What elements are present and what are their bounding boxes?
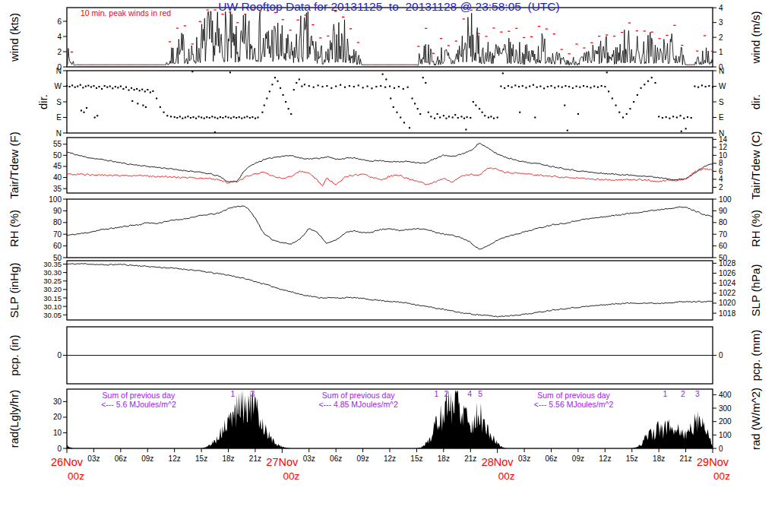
svg-text:1028: 1028: [719, 259, 736, 268]
svg-text:60: 60: [719, 242, 728, 250]
svg-text:70: 70: [53, 230, 62, 239]
svg-text:40: 40: [53, 173, 62, 182]
svg-text:2: 2: [719, 183, 723, 192]
svg-text:Sum of previous day: Sum of previous day: [103, 391, 176, 400]
svg-text:dir.: dir.: [36, 94, 49, 109]
svg-text:3: 3: [719, 18, 723, 27]
svg-text:1024: 1024: [719, 279, 736, 287]
svg-text:4: 4: [467, 389, 472, 398]
svg-text:E: E: [56, 113, 62, 122]
svg-text:03z: 03z: [303, 454, 315, 463]
svg-text:4: 4: [57, 33, 62, 41]
svg-text:12z: 12z: [599, 454, 611, 463]
svg-text:N: N: [719, 67, 724, 75]
svg-text:15z: 15z: [195, 454, 207, 463]
svg-text:<--- 4.85 MJoules/m^2: <--- 4.85 MJoules/m^2: [318, 400, 398, 409]
svg-text:35: 35: [53, 185, 62, 193]
svg-text:90: 90: [719, 207, 728, 215]
svg-text:10: 10: [53, 429, 62, 437]
svg-text:30.20: 30.20: [43, 285, 62, 293]
svg-text:Tair/Tdew (C): Tair/Tdew (C): [749, 131, 762, 199]
svg-text:50: 50: [53, 151, 62, 160]
svg-text:90: 90: [53, 207, 62, 215]
svg-text:1026: 1026: [719, 269, 736, 277]
svg-text:06z: 06z: [115, 454, 127, 463]
svg-text:00z: 00z: [713, 470, 730, 482]
svg-text:wind (kts): wind (kts): [8, 13, 21, 62]
svg-text:pcp. (mm): pcp. (mm): [749, 330, 762, 382]
svg-text:W: W: [719, 82, 726, 90]
svg-text:03z: 03z: [518, 454, 530, 463]
figure-title: UW Rooftop Data for 20131125 to 20131128…: [0, 0, 778, 14]
svg-text:30.30: 30.30: [43, 268, 62, 277]
svg-text:300: 300: [719, 404, 732, 413]
svg-text:2: 2: [444, 389, 448, 398]
svg-text:dir.: dir.: [749, 94, 762, 109]
svg-text:12z: 12z: [384, 454, 396, 463]
svg-text:12z: 12z: [169, 454, 181, 463]
x-axis: 03z06z09z12z15z18z21z03z06z09z12z15z18z2…: [51, 448, 730, 482]
svg-text:1: 1: [230, 389, 235, 398]
svg-text:1: 1: [719, 48, 723, 56]
svg-text:30.25: 30.25: [43, 277, 62, 285]
svg-text:0: 0: [57, 445, 62, 453]
svg-text:200: 200: [719, 417, 732, 426]
svg-text:6: 6: [719, 167, 723, 176]
svg-text:400: 400: [719, 391, 732, 399]
svg-text:00z: 00z: [68, 470, 84, 482]
svg-text:<--- 5.6 MJoules/m^2: <--- 5.6 MJoules/m^2: [101, 400, 176, 409]
svg-text:Tair/Tdew (F): Tair/Tdew (F): [8, 131, 21, 198]
svg-text:1020: 1020: [719, 299, 736, 307]
svg-text:SLP (hPa): SLP (hPa): [749, 264, 762, 317]
svg-text:1022: 1022: [719, 289, 736, 297]
svg-text:27Nov: 27Nov: [266, 456, 299, 468]
svg-text:29Nov: 29Nov: [697, 456, 729, 468]
svg-text:12: 12: [719, 143, 728, 151]
svg-text:18z: 18z: [222, 454, 234, 463]
svg-text:70: 70: [719, 230, 728, 239]
svg-text:0: 0: [719, 445, 723, 453]
svg-text:wind (m/s): wind (m/s): [749, 11, 762, 64]
svg-text:E: E: [719, 113, 724, 122]
svg-text:80: 80: [53, 218, 62, 226]
svg-text:2: 2: [681, 389, 685, 398]
svg-text:09z: 09z: [141, 454, 153, 463]
svg-text:21z: 21z: [680, 454, 692, 463]
svg-text:3: 3: [695, 389, 700, 398]
svg-text:100: 100: [719, 431, 732, 439]
svg-text:30.05: 30.05: [43, 311, 62, 319]
panel-tair: 35404550552468101214Tair/Tdew (F)Tair/Td…: [8, 131, 762, 199]
svg-text:RH (%): RH (%): [8, 210, 21, 247]
svg-text:00z: 00z: [498, 470, 515, 482]
svg-text:00z: 00z: [283, 470, 299, 482]
svg-text:rad(Lgly/hr): rad(Lgly/hr): [8, 390, 21, 448]
svg-text:0: 0: [719, 351, 723, 359]
svg-text:100: 100: [719, 195, 732, 204]
svg-text:4: 4: [719, 175, 723, 183]
svg-text:03z: 03z: [87, 454, 100, 463]
svg-text:09z: 09z: [572, 454, 584, 463]
svg-text:20: 20: [53, 413, 62, 421]
svg-text:18z: 18z: [438, 454, 450, 463]
svg-text:1018: 1018: [719, 309, 736, 318]
svg-text:RH (%): RH (%): [749, 210, 762, 247]
svg-text:06z: 06z: [545, 454, 557, 463]
svg-text:10: 10: [719, 151, 728, 160]
panel-dir: NWSENNWSENdir.dir.: [36, 67, 762, 138]
svg-text:15z: 15z: [410, 454, 422, 463]
svg-text:rad (W/m^2): rad (W/m^2): [749, 388, 762, 450]
svg-text:N: N: [56, 67, 62, 75]
meteogram-figure: 024601234wind (kts)wind (m/s)10 min. pea…: [0, 0, 778, 532]
svg-text:SLP (inHg): SLP (inHg): [8, 262, 21, 318]
svg-text:S: S: [719, 98, 724, 106]
svg-text:14: 14: [719, 135, 728, 144]
svg-text:30.35: 30.35: [43, 260, 62, 268]
svg-text:3: 3: [250, 389, 255, 398]
svg-text:6: 6: [57, 17, 62, 26]
svg-text:09z: 09z: [357, 454, 369, 463]
svg-text:S: S: [56, 98, 62, 106]
svg-text:0: 0: [57, 351, 62, 359]
svg-text:1: 1: [663, 389, 668, 398]
panel-wind: 024601234wind (kts)wind (m/s)10 min. pea…: [8, 4, 762, 71]
panel-pcp: 00pcp. (in)pcp. (mm): [8, 327, 762, 384]
